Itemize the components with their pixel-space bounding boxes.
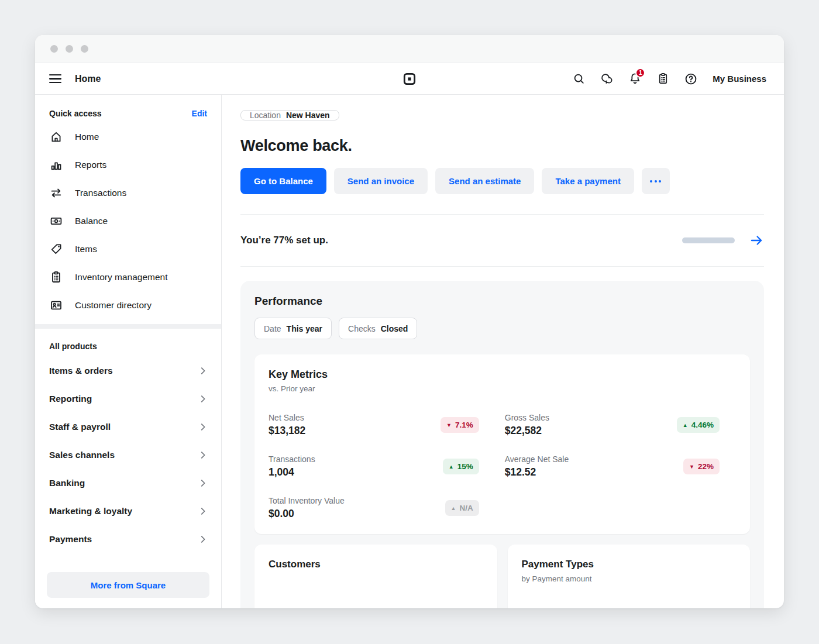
payment-types-card: Payment Types by Payment amount [508,545,751,608]
sidebar-item-balance[interactable]: Balance [35,207,221,235]
tag-icon [49,242,63,256]
filter-date[interactable]: DateThis year [254,318,332,339]
all-products-list: Items & ordersReportingStaff & payrollSa… [35,357,221,553]
sidebar-item-customer-directory[interactable]: Customer directory [35,291,221,319]
product-item-staff-payroll[interactable]: Staff & payroll [35,413,221,441]
transactions-icon [49,186,63,200]
sidebar-item-label: Items [75,244,97,254]
sidebar-item-inventory-management[interactable]: Inventory management [35,263,221,291]
orders-clipboard-icon[interactable] [653,69,673,89]
notifications-bell-icon[interactable]: 1 [625,69,645,89]
product-item-label: Payments [49,534,92,545]
sidebar-item-items[interactable]: Items [35,235,221,263]
product-item-payments[interactable]: Payments [35,525,221,553]
metric-value: $22,582 [505,425,651,437]
chevron-right-icon [198,394,208,404]
key-metrics-grid: Net Sales$13,182▼7.1%Gross Sales$22,582▲… [269,413,736,520]
send-an-invoice-button[interactable]: Send an invoice [334,168,428,194]
send-an-estimate-button[interactable]: Send an estimate [435,168,534,194]
product-item-banking[interactable]: Banking [35,469,221,497]
metric-average-net-sale: Average Net Sale$12.52 [505,454,651,478]
filter-label: Checks [348,324,376,333]
chevron-right-icon [198,478,208,488]
metric-transactions: Transactions1,004 [269,454,415,478]
home-icon [49,130,63,144]
product-item-label: Reporting [49,394,92,404]
filter-checks[interactable]: ChecksClosed [339,318,417,339]
customers-card: Customers [254,545,497,608]
metric-change-badge: ▲15% [443,459,479,474]
messages-icon[interactable] [597,69,617,89]
main-content: Location New Haven Welcome back. Go to B… [222,95,784,608]
metric-net-sales: Net Sales$13,182 [269,413,415,437]
inventory-icon [49,270,63,284]
arrow-right-icon[interactable] [749,233,764,248]
window-control-minimize[interactable] [66,45,73,53]
sidebar-item-transactions[interactable]: Transactions [35,179,221,207]
filter-value: Closed [381,324,408,333]
filter-label: Date [264,324,281,333]
setup-progress-bar [682,237,735,243]
metric-value: $12.52 [505,466,651,478]
product-item-marketing-loyalty[interactable]: Marketing & loyalty [35,497,221,525]
product-item-label: Staff & payroll [49,422,111,432]
app-header: Home [35,63,784,95]
chevron-right-icon [198,506,208,516]
balance-icon [49,214,63,228]
location-selector[interactable]: Location New Haven [240,110,339,120]
setup-progress-text: You’re 77% set up. [240,235,328,246]
product-item-items-orders[interactable]: Items & orders [35,357,221,385]
sidebar-item-label: Inventory management [75,272,168,283]
metric-label: Gross Sales [505,413,651,422]
metric-value: $13,182 [269,425,415,437]
metric-change-badge: ▼7.1% [441,417,479,433]
payment-types-heading: Payment Types [522,559,737,570]
product-item-label: Marketing & loyalty [49,506,132,516]
metric-change-badge: ▲N/A [445,500,479,516]
more-from-square-button[interactable]: More from Square [47,572,209,598]
product-item-sales-channels[interactable]: Sales channels [35,441,221,469]
window-control-close[interactable] [50,45,58,53]
metric-label: Total Inventory Value [269,496,415,505]
key-metrics-card: Key Metrics vs. Prior year Net Sales$13,… [254,354,750,534]
key-metrics-subtitle: vs. Prior year [269,384,736,393]
sidebar-item-label: Transactions [75,188,126,198]
window-control-zoom[interactable] [81,45,88,53]
sidebar-item-reports[interactable]: Reports [35,151,221,179]
help-icon[interactable] [681,69,701,89]
performance-panel: Performance DateThis yearChecksClosed Ke… [240,281,764,608]
sidebar-item-home[interactable]: Home [35,123,221,151]
product-item-label: Sales channels [49,450,115,460]
sidebar-item-label: Balance [75,216,108,226]
customers-heading: Customers [269,559,483,570]
product-item-label: Items & orders [49,366,113,376]
metric-label: Average Net Sale [505,454,651,464]
triangle-down-icon: ▼ [446,422,452,428]
filter-value: This year [287,324,322,333]
product-item-label: Banking [49,478,85,488]
metric-label: Transactions [269,454,415,464]
metric-gross-sales: Gross Sales$22,582 [505,413,651,437]
metric-change-badge: ▲4.46% [677,417,720,433]
metric-value: $0.00 [269,508,415,520]
customer-directory-icon [49,298,63,312]
more-actions-button[interactable] [642,168,670,194]
setup-progress-row: You’re 77% set up. [240,215,764,266]
go-to-balance-button[interactable]: Go to Balance [240,168,326,194]
notification-badge: 1 [635,68,645,78]
quick-access-edit-link[interactable]: Edit [192,109,207,118]
account-menu[interactable]: My Business [713,74,766,84]
square-logo-icon [402,71,417,87]
location-value: New Haven [286,111,330,120]
metric-change-value: 15% [457,462,473,471]
key-metrics-heading: Key Metrics [269,369,736,381]
triangle-up-icon: ▲ [449,464,454,470]
product-item-reporting[interactable]: Reporting [35,385,221,413]
take-a-payment-button[interactable]: Take a payment [542,168,634,194]
metric-change-badge: ▼22% [683,459,720,474]
metric-change-value: 7.1% [455,421,473,429]
performance-filters: DateThis yearChecksClosed [254,318,750,339]
search-icon[interactable] [569,69,589,89]
menu-icon[interactable] [49,72,63,86]
sidebar-item-label: Home [75,132,99,142]
